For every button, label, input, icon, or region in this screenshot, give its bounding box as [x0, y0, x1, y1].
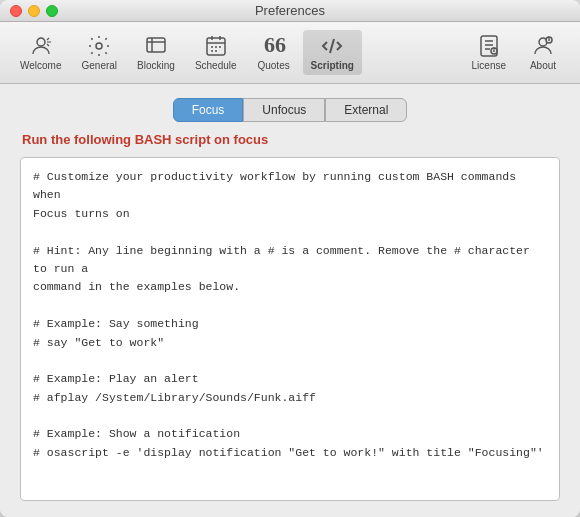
quotes-icon: 66 [262, 34, 286, 58]
tab-focus[interactable]: Focus [173, 98, 244, 122]
welcome-label: Welcome [20, 60, 62, 71]
license-label: License [472, 60, 506, 71]
blocking-label: Blocking [137, 60, 175, 71]
svg-point-26 [549, 37, 550, 38]
scripting-icon [320, 34, 344, 58]
toolbar: Welcome General Blocking [0, 22, 580, 84]
toolbar-about[interactable]: About [518, 30, 568, 75]
license-icon [477, 34, 501, 58]
toolbar-welcome[interactable]: Welcome [12, 30, 70, 75]
toolbar-right: License About [464, 30, 568, 75]
script-content: # Customize your productivity workflow b… [33, 168, 547, 462]
toolbar-quotes[interactable]: 66 Quotes [249, 30, 299, 75]
script-area[interactable]: # Customize your productivity workflow b… [20, 157, 560, 501]
preferences-window: Preferences Welcome General [0, 0, 580, 517]
svg-point-22 [493, 48, 494, 49]
gear-icon [87, 34, 111, 58]
svg-line-15 [330, 39, 334, 53]
tab-bar: Focus Unfocus External [20, 98, 560, 122]
minimize-button[interactable] [28, 5, 40, 17]
toolbar-scripting[interactable]: Scripting [303, 30, 362, 75]
about-label: About [530, 60, 556, 71]
window-title: Preferences [255, 3, 325, 18]
welcome-icon [29, 34, 53, 58]
svg-text:66: 66 [264, 34, 286, 57]
toolbar-license[interactable]: License [464, 30, 514, 75]
traffic-lights [10, 5, 58, 17]
close-button[interactable] [10, 5, 22, 17]
svg-point-1 [96, 43, 102, 49]
blocking-icon [144, 34, 168, 58]
section-label: Run the following BASH script on focus [22, 132, 560, 147]
quotes-label: Quotes [257, 60, 289, 71]
toolbar-blocking[interactable]: Blocking [129, 30, 183, 75]
maximize-button[interactable] [46, 5, 58, 17]
toolbar-left: Welcome General Blocking [12, 30, 362, 75]
tab-unfocus[interactable]: Unfocus [243, 98, 325, 122]
schedule-label: Schedule [195, 60, 237, 71]
scripting-label: Scripting [311, 60, 354, 71]
svg-point-0 [37, 38, 45, 46]
general-label: General [82, 60, 118, 71]
schedule-icon [204, 34, 228, 58]
toolbar-schedule[interactable]: Schedule [187, 30, 245, 75]
tab-external[interactable]: External [325, 98, 407, 122]
toolbar-general[interactable]: General [74, 30, 126, 75]
title-bar: Preferences [0, 0, 580, 22]
about-icon [531, 34, 555, 58]
content-area: Focus Unfocus External Run the following… [0, 84, 580, 517]
svg-rect-2 [147, 38, 165, 52]
